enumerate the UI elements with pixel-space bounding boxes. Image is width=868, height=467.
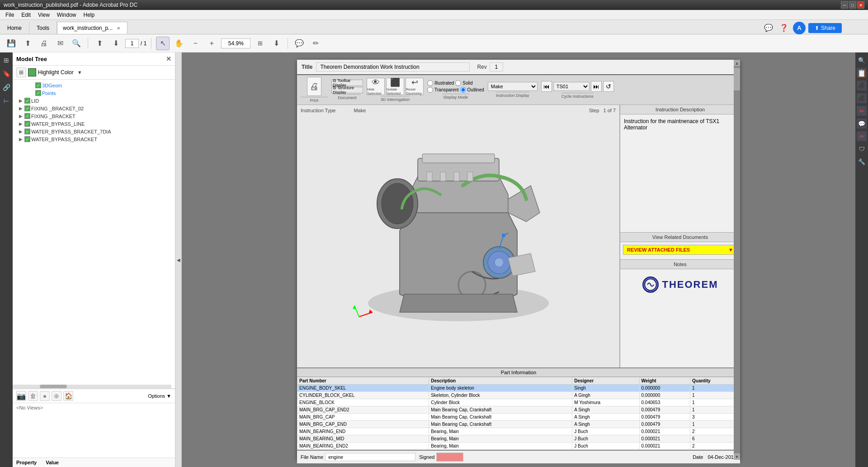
- cycle-next-button[interactable]: ⏭: [591, 81, 602, 92]
- home-view-button[interactable]: 🏠: [63, 391, 73, 401]
- structure-display-button[interactable]: ⊟ Structure Display: [331, 87, 363, 93]
- print-button[interactable]: 🖨: [307, 77, 321, 96]
- scroll-mode-button[interactable]: ⬇: [269, 37, 283, 50]
- right-icon-clipboard[interactable]: 📋: [857, 68, 867, 78]
- three-d-view[interactable]: Instruction Type Make Step 1 of 7: [297, 105, 620, 367]
- zoom-in-button[interactable]: +: [205, 37, 218, 50]
- hide-selected-button[interactable]: 👁Hide Selected: [367, 78, 385, 95]
- right-icon-shield[interactable]: 🛡: [857, 144, 867, 154]
- print-button[interactable]: 🖨: [37, 37, 51, 50]
- tab-close-button[interactable]: ✕: [115, 25, 122, 31]
- tree-checkbox-waterbracket[interactable]: ✓: [24, 136, 30, 142]
- menu-file[interactable]: File: [2, 11, 18, 19]
- pdf-scroll-down[interactable]: ▼: [734, 453, 740, 460]
- pdf-page-scrollbar[interactable]: ▲ ▼: [734, 60, 740, 460]
- right-icon-tools[interactable]: 🔧: [857, 157, 867, 167]
- panel-collapse-button[interactable]: ◀: [175, 52, 182, 467]
- tree-checkbox-3dgeom[interactable]: ✓: [35, 82, 41, 88]
- share-button[interactable]: ⬆ Share: [808, 23, 842, 33]
- toolbar-display-button[interactable]: ⊟ Toolbar Display: [331, 80, 363, 86]
- tree-checkbox-fixing[interactable]: ✓: [24, 113, 30, 119]
- mail-button[interactable]: ✉: [53, 37, 67, 50]
- transparent-radio[interactable]: [427, 87, 433, 93]
- outlined-radio[interactable]: [460, 87, 466, 93]
- instruction-display-select[interactable]: Make: [488, 82, 538, 91]
- tree-node-waterline[interactable]: ▶ ✓ WATER_BYPASS_LINE: [13, 120, 175, 128]
- add-view-button[interactable]: 📷: [16, 391, 26, 401]
- pen-button[interactable]: ✏: [309, 37, 322, 50]
- tree-checkbox-waterline[interactable]: ✓: [24, 121, 30, 127]
- menu-window[interactable]: Window: [53, 11, 80, 19]
- tree-checkbox-points[interactable]: ✓: [35, 90, 41, 96]
- left-icon-tree[interactable]: ⊢: [1, 96, 11, 106]
- prev-page-button[interactable]: ⬆: [93, 37, 106, 50]
- options-button[interactable]: Options ▼: [148, 393, 171, 399]
- menu-help[interactable]: Help: [80, 11, 99, 19]
- left-icon-bookmark[interactable]: 🔖: [1, 69, 11, 79]
- tree-checkbox-fixing2[interactable]: ✓: [24, 105, 30, 111]
- cycle-first-button[interactable]: ⏮: [541, 81, 552, 92]
- right-icon-comment[interactable]: 💬: [857, 119, 867, 129]
- tree-node-lid[interactable]: ▶ ✓ LID: [13, 97, 175, 105]
- minimize-button[interactable]: ─: [841, 1, 848, 9]
- save-button[interactable]: 💾: [5, 37, 18, 50]
- cycle-refresh-button[interactable]: ↺: [603, 81, 614, 92]
- cell-description: Engine body skeleton: [429, 385, 572, 392]
- refresh-view-button[interactable]: ●: [40, 391, 50, 401]
- select-tool[interactable]: ↖: [156, 37, 170, 50]
- next-page-button[interactable]: ⬇: [109, 37, 123, 50]
- reset-geometry-button[interactable]: ↩Reset Geometry: [406, 78, 424, 95]
- isolate-selected-button[interactable]: ⬛Isolate Selected: [386, 78, 404, 95]
- tree-node-fixing[interactable]: ▶ ✓ FIXING _BRACKET: [13, 112, 175, 120]
- chat-icon[interactable]: 💬: [762, 22, 775, 34]
- tree-checkbox-waterbracket7[interactable]: ✓: [24, 129, 30, 134]
- tree-checkbox-lid[interactable]: ✓: [24, 98, 30, 104]
- footer-filename-input[interactable]: [325, 453, 415, 461]
- left-icon-layers[interactable]: ⊞: [1, 55, 11, 65]
- add-item-button[interactable]: ⊕: [52, 391, 61, 401]
- zoom-level[interactable]: 54.9%: [221, 38, 250, 48]
- tree-node-waterbracket[interactable]: ▶ ✓ WATER_BYPASS_BRACKET: [13, 135, 175, 143]
- maximize-button[interactable]: □: [849, 1, 856, 9]
- tree-node-waterbracket7[interactable]: ▶ ✓ WATER_BYPASS_BRACKET_7DIA: [13, 128, 175, 135]
- menu-edit[interactable]: Edit: [18, 11, 34, 19]
- part-table-container: Part Information Part Number Description…: [297, 368, 740, 450]
- delete-view-button[interactable]: 🗑: [28, 391, 38, 401]
- left-icon-link[interactable]: 🔗: [1, 82, 11, 92]
- pdf-viewer-area[interactable]: Title Theorem Demonstration Work Instruc…: [182, 52, 855, 467]
- tab-tools[interactable]: Tools: [29, 22, 57, 34]
- tab-document[interactable]: work_instruction_p... ✕: [57, 22, 127, 34]
- tree-h-scrollbar[interactable]: [13, 385, 171, 388]
- model-tree-close-button[interactable]: ✕: [166, 55, 171, 62]
- cycle-select[interactable]: TS01: [553, 82, 590, 91]
- right-icon-fill[interactable]: ⬛: [857, 81, 867, 91]
- tree-node-points[interactable]: ✓ Points: [13, 89, 175, 97]
- highlight-color-dropdown[interactable]: ▼: [77, 70, 82, 75]
- tree-node-fixing2[interactable]: ▶ ✓ FIXING _BRACKET_02: [13, 105, 175, 112]
- tree-content[interactable]: ✓ 3DGeom ✓ Points ▶ ✓ LID ▶ ✓ FIXING _BR…: [13, 80, 175, 388]
- right-icon-stamp[interactable]: ⬛: [857, 93, 867, 103]
- tree-node-3dgeom[interactable]: ✓ 3DGeom: [13, 81, 175, 89]
- help-icon[interactable]: ❓: [778, 22, 790, 34]
- illustrated-radio[interactable]: [427, 80, 433, 86]
- menu-view[interactable]: View: [34, 11, 53, 19]
- pan-tool[interactable]: ✋: [172, 37, 186, 50]
- review-attached-files-button[interactable]: REVIEW ATTACHED FILES ▼: [623, 245, 737, 255]
- right-icon-search[interactable]: 🔍: [857, 55, 867, 65]
- comment-button[interactable]: 💬: [292, 37, 306, 50]
- solid-radio[interactable]: [455, 80, 461, 86]
- fit-page-button[interactable]: ⊞: [253, 37, 267, 50]
- right-icon-signature[interactable]: ✏: [857, 106, 867, 116]
- page-number-input[interactable]: [125, 39, 139, 48]
- close-button[interactable]: ✕: [857, 1, 864, 9]
- right-icon-eraser[interactable]: ✏: [857, 131, 867, 141]
- tree-table-view-button[interactable]: ⊞: [16, 67, 26, 77]
- tab-home[interactable]: Home: [0, 22, 29, 34]
- upload-button[interactable]: ⬆: [21, 37, 34, 50]
- pdf-scroll-up[interactable]: ▲: [734, 60, 740, 66]
- highlight-color-box[interactable]: [28, 68, 36, 76]
- cell-quantity: 1: [690, 406, 740, 414]
- find-button[interactable]: 🔍: [70, 37, 83, 50]
- zoom-out-button[interactable]: −: [189, 37, 202, 50]
- user-avatar[interactable]: A: [793, 22, 806, 34]
